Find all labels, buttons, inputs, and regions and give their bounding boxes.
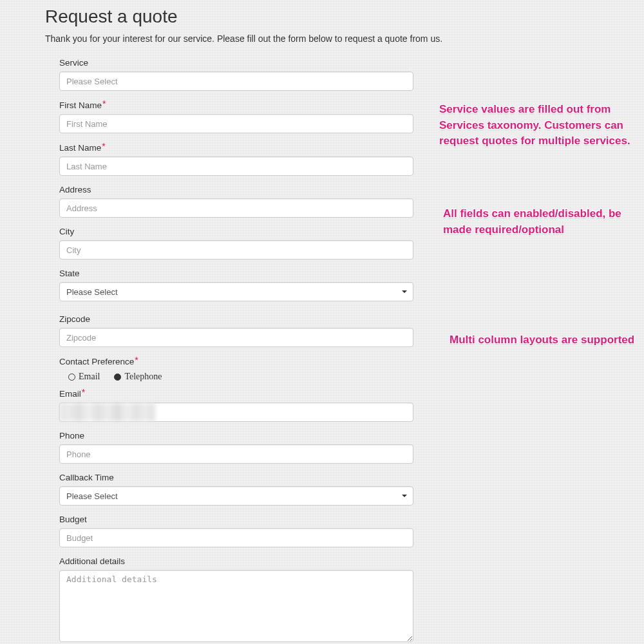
city-label: City xyxy=(59,227,426,236)
annotation-columns: Multi column layouts are supported xyxy=(450,332,643,348)
quote-form: Service First Name* Last Name* Address C… xyxy=(59,58,426,644)
callback-time-select[interactable]: Please Select xyxy=(59,486,413,506)
callback-time-label: Callback Time xyxy=(59,473,426,482)
service-input[interactable] xyxy=(59,71,413,91)
required-icon: * xyxy=(135,355,138,365)
additional-details-label: Additional details xyxy=(59,556,426,566)
zipcode-label: Zipcode xyxy=(59,314,426,324)
address-input[interactable] xyxy=(59,198,413,218)
additional-details-input[interactable] xyxy=(59,570,413,642)
service-label: Service xyxy=(59,58,426,68)
first-name-input[interactable] xyxy=(59,114,413,133)
phone-label: Phone xyxy=(59,431,426,440)
required-icon: * xyxy=(102,141,105,151)
annotation-services: Service values are filled out from Servi… xyxy=(439,102,632,149)
radio-icon xyxy=(68,374,75,381)
contact-pref-label: Contact Preference* xyxy=(59,356,426,366)
radio-label: Email xyxy=(79,372,100,382)
annotation-fields: All fields can enabled/disabled, be made… xyxy=(443,206,636,238)
budget-label: Budget xyxy=(59,515,426,524)
required-icon: * xyxy=(102,99,106,109)
page-title: Request a quote xyxy=(45,6,644,27)
budget-input[interactable] xyxy=(59,528,413,547)
required-icon: * xyxy=(82,387,85,397)
email-input[interactable] xyxy=(59,402,413,422)
state-select[interactable]: Please Select xyxy=(59,282,413,301)
contact-pref-email-radio[interactable]: Email xyxy=(68,372,100,382)
contact-pref-telephone-radio[interactable]: Telephone xyxy=(114,372,162,382)
email-label: Email* xyxy=(59,388,426,399)
address-label: Address xyxy=(59,185,426,194)
page-subtext: Thank you for your interest for our serv… xyxy=(45,33,644,44)
last-name-label: Last Name* xyxy=(59,142,426,153)
radio-label: Telephone xyxy=(124,372,162,382)
zipcode-input[interactable] xyxy=(59,328,413,347)
phone-input[interactable] xyxy=(59,444,413,464)
city-input[interactable] xyxy=(59,240,413,260)
last-name-input[interactable] xyxy=(59,156,413,176)
radio-icon xyxy=(114,374,121,381)
state-label: State xyxy=(59,269,426,278)
first-name-label: First Name* xyxy=(59,100,426,110)
